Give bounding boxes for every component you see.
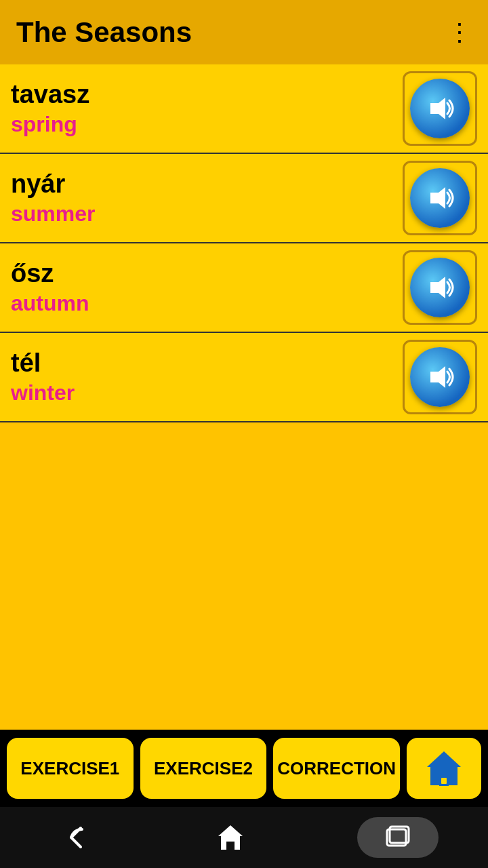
audio-circle-0 [410, 79, 470, 138]
vocab-text-1: nyár summer [11, 170, 403, 226]
svg-marker-0 [430, 98, 445, 119]
vocab-text-3: tél winter [11, 349, 403, 406]
nav-bar [0, 807, 488, 868]
vocab-english-0: spring [11, 112, 403, 137]
content: tavasz spring nyár summer [0, 64, 488, 730]
top-bar: The Seasons ⋮ [0, 0, 488, 64]
correction-button[interactable]: CORRECTION [273, 738, 400, 799]
vocab-hungarian-2: ősz [11, 259, 403, 288]
bottom-buttons: EXERCISE1 EXERCISE2 CORRECTION [0, 730, 488, 807]
vocab-row-1: nyár summer [0, 154, 488, 243]
menu-icon[interactable]: ⋮ [447, 18, 472, 47]
exercise2-button[interactable]: EXERCISE2 [140, 738, 267, 799]
home-button-icon [424, 748, 464, 789]
vocab-hungarian-0: tavasz [11, 80, 403, 109]
audio-circle-1 [410, 168, 470, 228]
empty-space [0, 422, 488, 730]
vocab-list: tavasz spring nyár summer [0, 64, 488, 422]
svg-marker-1 [430, 187, 445, 209]
vocab-text-2: ősz autumn [11, 259, 403, 316]
vocab-english-3: winter [11, 380, 403, 406]
audio-circle-3 [410, 347, 470, 407]
audio-button-2[interactable] [403, 250, 477, 325]
vocab-hungarian-3: tél [11, 349, 403, 378]
back-nav-button[interactable] [49, 817, 104, 858]
speaker-icon-3 [425, 362, 455, 392]
home-nav-button[interactable] [203, 817, 258, 858]
exercise1-button[interactable]: EXERCISE1 [7, 738, 134, 799]
app-title: The Seasons [16, 16, 192, 49]
recents-icon [383, 823, 413, 852]
home-button[interactable] [407, 738, 481, 799]
vocab-row-3: tél winter [0, 333, 488, 422]
vocab-row-2: ősz autumn [0, 243, 488, 333]
vocab-row-0: tavasz spring [0, 64, 488, 154]
svg-marker-7 [218, 825, 243, 850]
speaker-icon-1 [425, 183, 455, 213]
audio-circle-2 [410, 258, 470, 317]
vocab-english-2: autumn [11, 291, 403, 316]
back-icon [62, 823, 92, 852]
audio-button-0[interactable] [403, 71, 477, 146]
svg-marker-2 [430, 277, 445, 298]
home-nav-icon [216, 823, 245, 852]
recents-nav-button[interactable] [357, 817, 439, 858]
speaker-icon-0 [425, 94, 455, 123]
vocab-english-1: summer [11, 201, 403, 226]
vocab-text-0: tavasz spring [11, 80, 403, 137]
svg-marker-3 [430, 366, 445, 388]
speaker-icon-2 [425, 273, 455, 302]
vocab-hungarian-1: nyár [11, 170, 403, 199]
audio-button-1[interactable] [403, 161, 477, 235]
audio-button-3[interactable] [403, 340, 477, 414]
svg-rect-6 [441, 778, 447, 784]
